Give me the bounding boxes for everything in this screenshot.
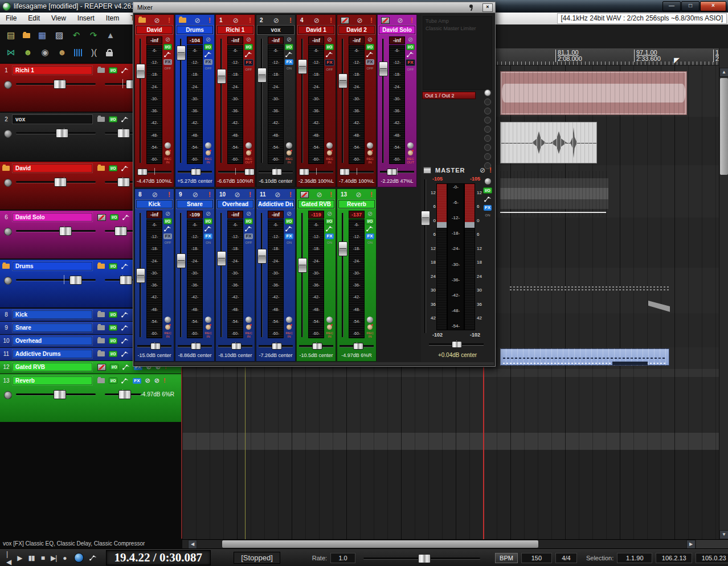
solo-button[interactable]: ! [163, 378, 166, 384]
undo-icon[interactable]: ↶ [71, 30, 81, 40]
volume-fader[interactable] [177, 38, 185, 164]
phase-button[interactable]: ⊘ [246, 211, 251, 216]
pan-handle[interactable] [231, 343, 242, 350]
lock-icon[interactable] [106, 52, 113, 56]
audio-item-thin[interactable] [510, 289, 669, 290]
channel-name[interactable]: Snare [177, 200, 213, 208]
fx-slot[interactable]: Classic Master Limiter [423, 24, 492, 31]
envelope-icon[interactable] [121, 325, 129, 331]
menu-item-item[interactable]: Item [100, 14, 125, 22]
fx-button[interactable]: FX [325, 59, 334, 66]
monitor-speaker-icon[interactable] [165, 325, 170, 330]
transport-time-display[interactable]: 19.4.22 / 0:30.087 [106, 550, 211, 565]
envelope-icon[interactable] [121, 338, 129, 344]
io-button[interactable]: I/O [366, 218, 374, 224]
mute-button[interactable]: ⊘ [356, 191, 362, 198]
record-monitor-icon[interactable] [367, 317, 373, 323]
pan-handle[interactable] [150, 343, 161, 350]
envelope-icon[interactable] [205, 52, 212, 58]
menu-item-insert[interactable]: Insert [72, 14, 100, 22]
phase-button[interactable]: ⊘ [206, 211, 211, 216]
solo-button[interactable]: ! [249, 191, 251, 198]
envelope-icon[interactable] [484, 196, 492, 202]
fx-button[interactable]: FX [406, 59, 415, 66]
monitor-speaker-icon[interactable] [287, 325, 292, 330]
pan-handle[interactable] [340, 169, 350, 175]
io-button[interactable]: I/O [109, 165, 117, 171]
rate-value[interactable]: 1.0 [330, 553, 355, 563]
send-knob[interactable] [484, 99, 491, 105]
track-name-field[interactable]: Overhead [13, 337, 92, 345]
solo-button[interactable]: ! [289, 191, 292, 198]
track-name-field[interactable]: Kick [13, 310, 92, 319]
record-arm-icon[interactable] [97, 214, 106, 221]
fader-handle[interactable] [177, 253, 186, 268]
record-monitor-icon[interactable] [326, 317, 333, 323]
fx-button[interactable]: FX [133, 378, 141, 384]
time-signature[interactable]: 4/4 [555, 553, 577, 563]
pan-slider[interactable] [218, 167, 252, 175]
volume-handle[interactable] [69, 276, 82, 285]
monitor-speaker-icon[interactable] [246, 150, 251, 155]
fx-button[interactable]: FX [285, 233, 293, 239]
envelope-icon[interactable] [121, 312, 129, 318]
audio-item-selected[interactable] [500, 71, 687, 115]
scroll-right-button[interactable]: ▶ [686, 540, 696, 549]
scroll-left-button[interactable]: ◀ [188, 540, 197, 549]
monitor-speaker-icon[interactable] [287, 150, 292, 155]
envelope-icon[interactable] [285, 226, 293, 232]
panel-divider[interactable] [181, 367, 182, 539]
save-project-icon[interactable]: ▦ [37, 30, 47, 40]
close-button[interactable]: × [700, 1, 726, 11]
channel-name[interactable]: Kick [136, 200, 173, 208]
volume-fader[interactable] [379, 38, 387, 164]
record-monitor-icon[interactable] [326, 142, 333, 149]
mute-button[interactable]: ⊘ [316, 191, 322, 198]
envelope-icon[interactable] [121, 378, 129, 384]
volume-fader[interactable] [177, 212, 185, 338]
pan-handle[interactable] [244, 169, 255, 175]
mute-button[interactable]: ⊘ [152, 191, 158, 198]
pan-slider[interactable] [178, 342, 212, 350]
volume-fader[interactable] [136, 212, 145, 338]
monitor-speaker-icon[interactable] [327, 150, 332, 155]
io-button[interactable]: I/O [325, 44, 334, 50]
send-knob[interactable] [484, 117, 491, 124]
track-volume-slider[interactable] [16, 389, 96, 399]
track-volume-slider[interactable] [16, 128, 96, 137]
phase-icon[interactable]: ⊘ [145, 378, 150, 384]
track-name-field[interactable]: Addictive Drums [13, 350, 92, 358]
io-button[interactable]: I/O [285, 218, 293, 224]
fx-button[interactable]: FX [325, 233, 333, 239]
pan-handle[interactable] [118, 390, 131, 399]
new-project-icon[interactable]: ▤ [6, 30, 16, 40]
track-volume-slider[interactable] [16, 79, 96, 88]
envelope-icon[interactable] [205, 226, 212, 232]
monitor-speaker-icon[interactable] [206, 150, 211, 155]
horizontal-scrollbar[interactable]: ◀ ▶ [182, 539, 728, 549]
fader-handle[interactable] [217, 251, 226, 266]
pan-slider[interactable] [299, 342, 333, 350]
fx-slot[interactable]: Tube Amp [423, 17, 492, 24]
mute-button[interactable]: ⊘ [357, 17, 362, 24]
master-output-send[interactable]: Out 1 / Out 2 [422, 92, 476, 99]
scroll-up-button[interactable]: ▲ [719, 68, 728, 77]
volume-fader[interactable] [257, 38, 266, 164]
envelope-icon[interactable] [89, 555, 97, 561]
pan-handle[interactable] [114, 227, 127, 236]
grid-settings-icon[interactable] [74, 49, 82, 56]
tcp-track-reverb[interactable]: 13ReverbI/OFX⊘⊘!-4.97dB 6%R [0, 374, 182, 422]
mute-button[interactable]: ⊘ [154, 17, 159, 24]
io-button[interactable]: I/O [109, 311, 117, 318]
record-monitor-icon[interactable] [4, 228, 12, 236]
record-monitor-icon[interactable] [407, 142, 414, 149]
pan-handle[interactable] [299, 169, 309, 175]
mixer-scrollbar[interactable] [134, 362, 494, 365]
render-icon[interactable]: ▲ [105, 30, 116, 40]
fader-handle[interactable] [136, 64, 145, 79]
monitor-speaker-icon[interactable] [246, 325, 251, 330]
envelope-icon[interactable] [164, 226, 171, 232]
record-arm-icon[interactable] [381, 17, 390, 24]
selection-start[interactable]: 1.1.90 [617, 553, 652, 563]
solo-button[interactable]: ! [208, 17, 211, 24]
